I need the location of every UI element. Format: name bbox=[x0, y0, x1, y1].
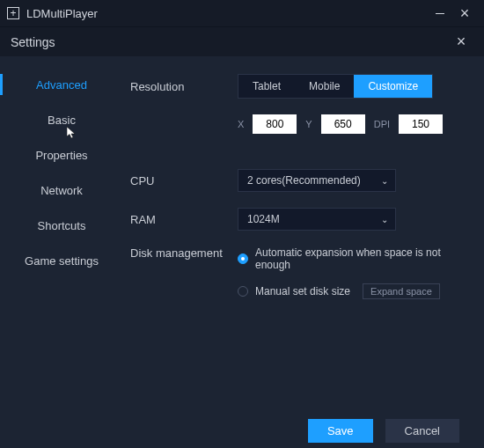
disk-label: Disk management bbox=[123, 246, 238, 312]
settings-header: Settings × bbox=[0, 26, 484, 56]
tab-customize[interactable]: Customize bbox=[354, 75, 432, 98]
sidebar: Advanced Basic Properties Network Shortc… bbox=[0, 56, 123, 413]
y-label: Y bbox=[305, 119, 312, 129]
cpu-value: 2 cores(Recommended) bbox=[247, 174, 361, 187]
tab-tablet[interactable]: Tablet bbox=[238, 75, 295, 98]
radio-label: Manual set disk size bbox=[255, 285, 350, 297]
radio-auto-expansion[interactable]: Automatic expansion when space is not en… bbox=[238, 246, 463, 271]
sidebar-item-label: Shortcuts bbox=[38, 219, 86, 232]
ram-select[interactable]: 1024M ⌄ bbox=[238, 208, 396, 231]
ram-label: RAM bbox=[123, 213, 238, 226]
radio-icon bbox=[238, 286, 248, 297]
radio-label: Automatic expansion when space is not en… bbox=[255, 246, 463, 271]
sidebar-item-properties[interactable]: Properties bbox=[0, 137, 123, 173]
x-label: X bbox=[238, 119, 244, 129]
sidebar-item-label: Basic bbox=[48, 114, 76, 127]
sidebar-item-game-settings[interactable]: Game settings bbox=[0, 243, 123, 278]
cpu-select[interactable]: 2 cores(Recommended) ⌄ bbox=[238, 169, 396, 192]
settings-title: Settings bbox=[11, 35, 449, 49]
y-input[interactable] bbox=[321, 114, 365, 134]
chevron-down-icon: ⌄ bbox=[381, 176, 388, 186]
tab-mobile[interactable]: Mobile bbox=[295, 75, 354, 98]
resolution-label: Resolution bbox=[123, 80, 238, 93]
dpi-input[interactable] bbox=[399, 114, 443, 134]
content-panel: Resolution Tablet Mobile Customize X Y D… bbox=[123, 56, 484, 413]
radio-icon bbox=[238, 253, 248, 264]
x-input[interactable] bbox=[253, 114, 297, 134]
sidebar-item-label: Advanced bbox=[36, 78, 87, 92]
ram-value: 1024M bbox=[247, 213, 280, 225]
dpi-label: DPI bbox=[374, 119, 390, 129]
save-button[interactable]: Save bbox=[308, 419, 373, 443]
minimize-button[interactable] bbox=[428, 1, 452, 26]
window-close-button[interactable]: × bbox=[452, 1, 477, 26]
sidebar-item-basic[interactable]: Basic bbox=[0, 102, 123, 137]
titlebar: + LDMultiPlayer × bbox=[0, 0, 484, 26]
cpu-label: CPU bbox=[123, 174, 238, 187]
app-title: LDMultiPlayer bbox=[26, 7, 428, 20]
chevron-down-icon: ⌄ bbox=[381, 215, 388, 224]
settings-close-button[interactable]: × bbox=[449, 30, 473, 55]
radio-manual-size[interactable]: Manual set disk size Expand space bbox=[238, 283, 463, 299]
sidebar-item-network[interactable]: Network bbox=[0, 173, 123, 208]
app-icon: + bbox=[7, 7, 19, 19]
footer: Save Cancel bbox=[0, 413, 484, 448]
sidebar-item-advanced[interactable]: Advanced bbox=[0, 67, 123, 102]
sidebar-item-label: Game settings bbox=[25, 254, 99, 268]
sidebar-item-label: Properties bbox=[35, 149, 87, 162]
sidebar-item-label: Network bbox=[40, 184, 83, 197]
cancel-button[interactable]: Cancel bbox=[385, 419, 459, 443]
sidebar-item-shortcuts[interactable]: Shortcuts bbox=[0, 208, 123, 243]
expand-space-button[interactable]: Expand space bbox=[363, 283, 440, 299]
resolution-segmented: Tablet Mobile Customize bbox=[238, 74, 433, 99]
